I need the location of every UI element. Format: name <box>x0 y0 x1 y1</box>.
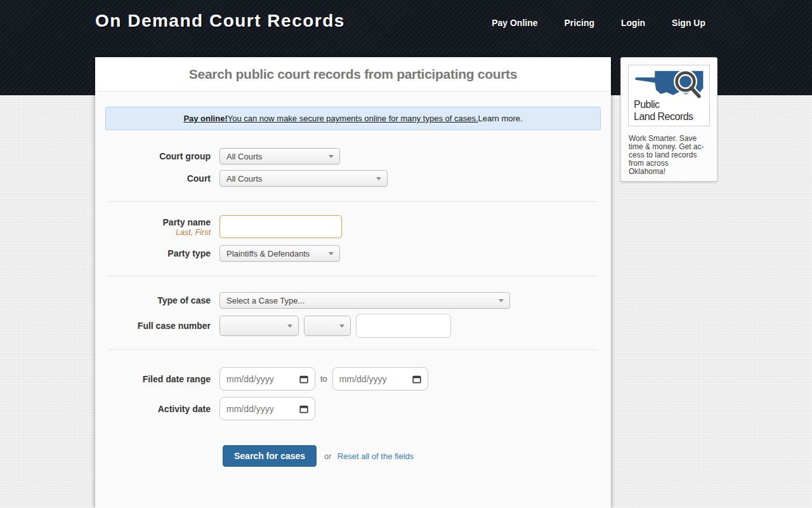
calendar-icon[interactable] <box>299 375 308 384</box>
filed-date-end-input[interactable] <box>332 367 428 391</box>
main-nav: Pay Online Pricing Login Sign Up <box>492 18 705 28</box>
banner-bold-text: Pay online! <box>183 114 227 123</box>
oklahoma-state-icon <box>634 69 705 102</box>
chevron-down-icon <box>499 299 504 302</box>
or-text: or <box>324 451 332 461</box>
case-number-label: Full case number <box>95 321 211 331</box>
nav-pricing[interactable]: Pricing <box>565 18 594 28</box>
court-group-row: Court group All Courts <box>95 148 611 164</box>
case-number-year-select[interactable] <box>219 316 299 336</box>
case-type-value: Select a Case Type... <box>226 296 304 305</box>
calendar-icon[interactable] <box>299 404 308 413</box>
site-logo[interactable]: On Demand Court Records <box>95 11 345 31</box>
case-type-label: Type of case <box>95 295 211 305</box>
search-for-cases-button[interactable]: Search for cases <box>223 445 317 467</box>
filed-date-start-input[interactable] <box>219 367 315 391</box>
date-range-separator: to <box>320 374 327 384</box>
party-name-row: Party name Last, First <box>95 215 611 238</box>
logo-wordmark: Public Land Records <box>634 98 693 123</box>
chevron-down-icon <box>287 324 292 328</box>
court-group-value: All Courts <box>226 152 262 161</box>
chevron-down-icon <box>339 324 344 328</box>
public-land-records-widget[interactable]: Public Land Records Work Smarter. Save t… <box>620 57 717 182</box>
filed-date-row: Filed date range to <box>95 367 611 391</box>
section-divider <box>108 349 598 350</box>
activity-date-row: Activity date <box>95 397 611 420</box>
case-type-row: Type of case Select a Case Type... <box>95 292 611 309</box>
section-divider <box>108 276 598 276</box>
nav-pay-online[interactable]: Pay Online <box>492 18 537 28</box>
case-number-prefix-select[interactable] <box>304 316 351 336</box>
activity-date-label: Activity date <box>95 404 211 414</box>
party-name-input[interactable] <box>219 215 342 238</box>
reset-fields-link[interactable]: Reset all of the fields <box>337 451 414 461</box>
court-select[interactable]: All Courts <box>219 170 388 187</box>
party-name-hint: Last, First <box>95 228 211 237</box>
chevron-down-icon <box>329 252 334 255</box>
section-divider <box>108 201 598 202</box>
search-form: Pay online! You can now make secure paym… <box>95 91 611 508</box>
calendar-icon[interactable] <box>412 375 421 384</box>
court-label: Court <box>95 173 211 184</box>
nav-sign-up[interactable]: Sign Up <box>672 18 705 28</box>
case-number-input[interactable] <box>356 314 451 338</box>
party-type-value: Plaintiffs & Defendants <box>226 249 310 258</box>
widget-description: Work Smarter. Save time & money. Get ac-… <box>629 135 713 176</box>
party-name-label: Party name <box>95 217 211 227</box>
chevron-down-icon <box>376 177 381 180</box>
public-land-records-logo[interactable]: Public Land Records <box>628 65 710 126</box>
nav-login[interactable]: Login <box>621 18 645 28</box>
banner-text: You can now make secure payments online … <box>228 114 478 123</box>
pay-online-banner[interactable]: Pay online! You can now make secure paym… <box>105 107 601 130</box>
court-row: Court All Courts <box>95 170 611 187</box>
page-title: Search public court records from partici… <box>95 57 611 91</box>
chevron-down-icon <box>329 155 334 158</box>
party-type-select[interactable]: Plaintiffs & Defendants <box>219 245 340 262</box>
case-number-row: Full case number <box>95 314 611 338</box>
filed-date-label: Filed date range <box>95 374 211 384</box>
learn-more-link[interactable]: Learn more. <box>478 114 523 123</box>
search-panel: Search public court records from partici… <box>95 57 611 508</box>
submit-row: Search for cases or Reset all of the fie… <box>223 445 414 467</box>
court-group-label: Court group <box>95 151 211 161</box>
activity-date-input[interactable] <box>219 397 315 420</box>
court-value: All Courts <box>226 174 262 184</box>
court-group-select[interactable]: All Courts <box>219 148 340 164</box>
party-type-row: Party type Plaintiffs & Defendants <box>95 245 611 262</box>
party-type-label: Party type <box>95 248 211 258</box>
case-type-select[interactable]: Select a Case Type... <box>219 292 510 309</box>
